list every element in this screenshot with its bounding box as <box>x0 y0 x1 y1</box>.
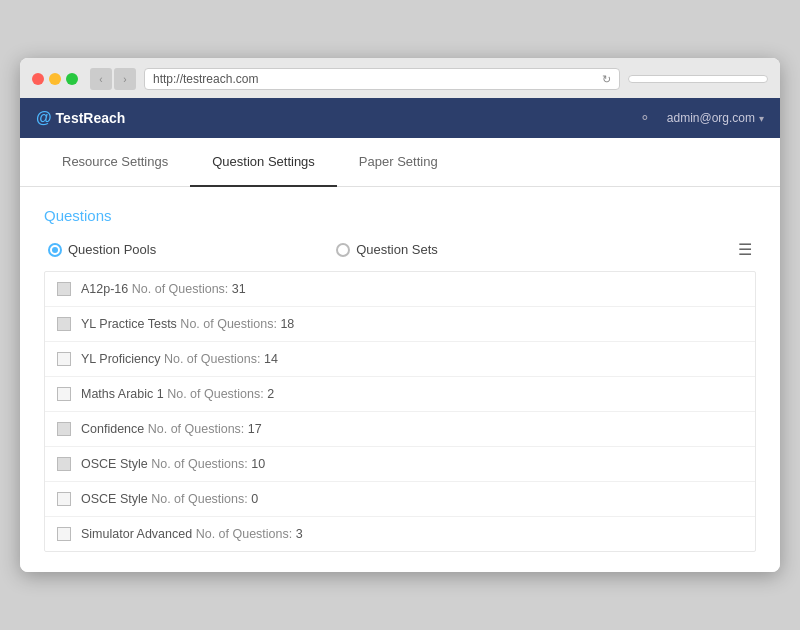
radio-question-sets[interactable]: Question Sets <box>336 242 438 257</box>
logo-text: TestReach <box>56 110 126 126</box>
user-dropdown-icon: ▾ <box>759 113 764 124</box>
content-area: Resource Settings Question Settings Pape… <box>20 138 780 572</box>
tab-paper-setting[interactable]: Paper Setting <box>337 138 460 187</box>
browser-window: ‹ › http://testreach.com ↻ @ TestReach ⚬… <box>20 58 780 572</box>
refresh-icon[interactable]: ↻ <box>602 73 611 86</box>
maximize-button[interactable] <box>66 73 78 85</box>
list-item: A12p-16 No. of Questions: 31 <box>45 272 755 307</box>
question-label: OSCE Style No. of Questions: 10 <box>81 457 265 471</box>
question-checkbox[interactable] <box>57 422 71 436</box>
question-checkbox[interactable] <box>57 387 71 401</box>
forward-button[interactable]: › <box>114 68 136 90</box>
nav-user[interactable]: admin@org.com ▾ <box>667 111 764 125</box>
question-label: Confidence No. of Questions: 17 <box>81 422 262 436</box>
radio-sets-indicator <box>336 243 350 257</box>
section-title: Questions <box>44 207 756 224</box>
question-label: OSCE Style No. of Questions: 0 <box>81 492 258 506</box>
question-list: A12p-16 No. of Questions: 31 YL Practice… <box>44 271 756 552</box>
list-item: YL Proficiency No. of Questions: 14 <box>45 342 755 377</box>
user-label: admin@org.com <box>667 111 755 125</box>
tab-question-settings[interactable]: Question Settings <box>190 138 337 187</box>
list-view-icon[interactable]: ☰ <box>738 241 752 258</box>
question-checkbox[interactable] <box>57 282 71 296</box>
list-item: Maths Arabic 1 No. of Questions: 2 <box>45 377 755 412</box>
question-label: A12p-16 No. of Questions: 31 <box>81 282 246 296</box>
radio-pools-label: Question Pools <box>68 242 156 257</box>
app-navbar: @ TestReach ⚬ admin@org.com ▾ <box>20 98 780 138</box>
minimize-button[interactable] <box>49 73 61 85</box>
location-icon: ⚬ <box>639 110 651 126</box>
list-item: Confidence No. of Questions: 17 <box>45 412 755 447</box>
question-label: YL Proficiency No. of Questions: 14 <box>81 352 278 366</box>
main-content: Questions Question Pools Question Sets ☰ <box>20 187 780 572</box>
radio-question-pools[interactable]: Question Pools <box>48 242 156 257</box>
nav-arrows: ‹ › <box>90 68 136 90</box>
question-checkbox[interactable] <box>57 352 71 366</box>
tabs-bar: Resource Settings Question Settings Pape… <box>20 138 780 187</box>
logo-icon: @ <box>36 109 52 127</box>
question-checkbox[interactable] <box>57 527 71 541</box>
question-checkbox[interactable] <box>57 457 71 471</box>
radio-sets-label: Question Sets <box>356 242 438 257</box>
address-bar[interactable]: http://testreach.com ↻ <box>144 68 620 90</box>
question-label: Maths Arabic 1 No. of Questions: 2 <box>81 387 274 401</box>
list-item: OSCE Style No. of Questions: 0 <box>45 482 755 517</box>
question-label: Simulator Advanced No. of Questions: 3 <box>81 527 303 541</box>
list-item: OSCE Style No. of Questions: 10 <box>45 447 755 482</box>
search-bar[interactable] <box>628 75 768 83</box>
radio-options-row: Question Pools Question Sets ☰ <box>44 240 756 259</box>
radio-pools-indicator <box>48 243 62 257</box>
navbar-right: ⚬ admin@org.com ▾ <box>639 110 764 126</box>
tab-resource-settings[interactable]: Resource Settings <box>40 138 190 187</box>
question-checkbox[interactable] <box>57 317 71 331</box>
traffic-lights <box>32 73 78 85</box>
question-checkbox[interactable] <box>57 492 71 506</box>
close-button[interactable] <box>32 73 44 85</box>
question-label: YL Practice Tests No. of Questions: 18 <box>81 317 294 331</box>
back-button[interactable]: ‹ <box>90 68 112 90</box>
browser-titlebar: ‹ › http://testreach.com ↻ <box>20 58 780 98</box>
list-item: YL Practice Tests No. of Questions: 18 <box>45 307 755 342</box>
url-text: http://testreach.com <box>153 72 258 86</box>
list-item: Simulator Advanced No. of Questions: 3 <box>45 517 755 551</box>
app-logo: @ TestReach <box>36 109 125 127</box>
